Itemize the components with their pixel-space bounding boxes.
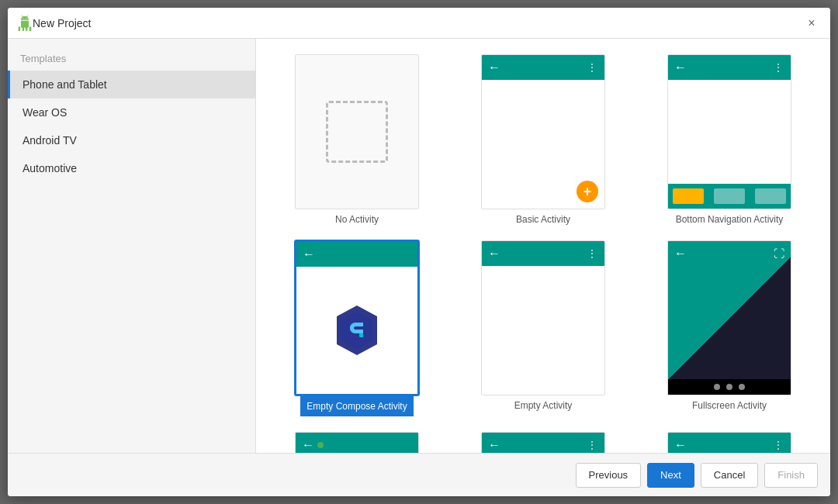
svg-rect-2	[359, 333, 363, 337]
basic-topbar: ← ⋮	[482, 55, 604, 80]
bottom-nav-label: Bottom Navigation Activity	[676, 214, 784, 225]
basic-activity-label: Basic Activity	[516, 214, 570, 225]
fullscreen-preview: ← ⛶	[668, 241, 791, 395]
template-empty-compose[interactable]: ←	[272, 240, 442, 416]
bottom-nav-item-active	[673, 188, 704, 204]
template-partial-3[interactable]: ← ⋮	[644, 432, 815, 453]
back-arrow-icon: ←	[488, 60, 500, 74]
no-activity-preview	[296, 55, 418, 209]
new-project-dialog: New Project × Templates Phone and Tablet…	[8, 8, 830, 496]
partial-topbar-3: ← ⋮	[668, 433, 791, 453]
close-button[interactable]: ×	[802, 14, 821, 33]
finish-button[interactable]: Finish	[764, 463, 818, 488]
template-card-empty-activity[interactable]: ← ⋮	[481, 240, 605, 395]
partial-card-1[interactable]: ←	[295, 432, 419, 453]
fullscreen-expand-icon: ⛶	[774, 247, 784, 260]
template-basic-activity[interactable]: ← ⋮ + Basic Activity	[458, 54, 628, 225]
empty-topbar: ← ⋮	[482, 241, 604, 266]
back-arrow-icon: ←	[488, 247, 500, 261]
partial-indicator	[317, 442, 324, 448]
bottom-nav-preview: ← ⋮	[668, 55, 791, 209]
fullscreen-label: Fullscreen Activity	[692, 400, 767, 411]
menu-dots-icon: ⋮	[587, 248, 598, 259]
empty-content	[482, 266, 604, 395]
partial-topbar-2: ← ⋮	[482, 433, 604, 453]
nav-dot-1	[714, 384, 720, 390]
template-partial-1[interactable]: ←	[272, 432, 442, 453]
partial-card-3[interactable]: ← ⋮	[667, 432, 791, 453]
sidebar-item-android-tv[interactable]: Android TV	[8, 126, 255, 154]
compose-preview: ←	[296, 242, 417, 394]
fullscreen-back-icon: ←	[674, 247, 687, 261]
template-bottom-nav[interactable]: ← ⋮ Bottom Navigation Activity	[644, 54, 815, 225]
sidebar-item-automotive[interactable]: Automotive	[8, 154, 255, 182]
bottom-nav-bar	[668, 184, 791, 209]
menu-dots-icon: ⋮	[587, 62, 598, 73]
template-partial-2[interactable]: ← ⋮	[458, 432, 628, 453]
sidebar-item-phone-tablet[interactable]: Phone and Tablet	[8, 71, 255, 98]
fullscreen-topbar: ← ⛶	[668, 241, 791, 266]
sidebar: Templates Phone and Tablet Wear OS Andro…	[8, 39, 256, 453]
menu-dots-icon: ⋮	[774, 62, 784, 73]
dialog-titlebar: New Project ×	[8, 8, 830, 39]
basic-activity-preview: ← ⋮ +	[482, 55, 604, 209]
template-empty-activity[interactable]: ← ⋮ Empty Activity	[458, 240, 628, 416]
compose-topbar: ←	[296, 242, 417, 267]
template-card-bottom-nav[interactable]: ← ⋮	[667, 54, 791, 209]
next-button[interactable]: Next	[647, 463, 694, 488]
basic-content: +	[482, 80, 604, 209]
bottom-nav-content	[668, 80, 791, 184]
partial-back-icon-3: ←	[674, 438, 687, 452]
template-card-basic-activity[interactable]: ← ⋮ +	[481, 54, 605, 209]
no-activity-label: No Activity	[335, 214, 379, 225]
templates-grid: No Activity ← ⋮ +	[272, 54, 815, 453]
empty-activity-label: Empty Activity	[514, 400, 573, 411]
bottom-nav-item-inactive2	[755, 188, 786, 204]
bottom-nav-item-inactive	[714, 188, 745, 204]
dialog-title: New Project	[33, 17, 802, 29]
partial-card-2[interactable]: ← ⋮	[481, 432, 605, 453]
bottom-nav-topbar: ← ⋮	[668, 55, 791, 80]
template-fullscreen-activity[interactable]: ← ⛶ Fullscreen Activity	[644, 240, 815, 416]
template-card-empty-compose[interactable]: ←	[295, 240, 419, 395]
partial-topbar-1: ←	[296, 433, 418, 453]
cancel-button[interactable]: Cancel	[701, 463, 758, 488]
partial-dots-icon: ⋮	[587, 440, 598, 450]
content-area: No Activity ← ⋮ +	[256, 39, 830, 453]
dialog-body: Templates Phone and Tablet Wear OS Andro…	[8, 39, 830, 453]
partial-back-icon: ←	[302, 438, 314, 452]
sidebar-item-wear-os[interactable]: Wear OS	[8, 98, 255, 126]
template-card-fullscreen[interactable]: ← ⛶	[667, 240, 791, 395]
nav-dot-2	[726, 384, 732, 390]
dashed-placeholder	[326, 101, 388, 163]
templates-label: Templates	[8, 45, 255, 71]
empty-activity-preview: ← ⋮	[482, 241, 604, 395]
template-no-activity[interactable]: No Activity	[272, 54, 442, 225]
fullscreen-nav-bar	[668, 379, 791, 395]
empty-compose-label-bar: Empty Compose Activity	[300, 395, 413, 416]
back-arrow-icon: ←	[674, 60, 687, 74]
previous-button[interactable]: Previous	[576, 463, 642, 488]
compose-back-icon: ←	[303, 247, 315, 261]
android-icon	[17, 16, 33, 31]
nav-dot-3	[739, 384, 745, 390]
compose-body	[296, 267, 417, 394]
fab-icon: +	[577, 181, 598, 202]
template-card-no-activity[interactable]	[295, 54, 419, 209]
compose-jetpack-icon	[334, 304, 380, 357]
dialog-footer: Previous Next Cancel Finish	[8, 453, 830, 496]
partial-dots-icon-3: ⋮	[774, 440, 784, 450]
partial-back-icon-2: ←	[488, 438, 500, 452]
